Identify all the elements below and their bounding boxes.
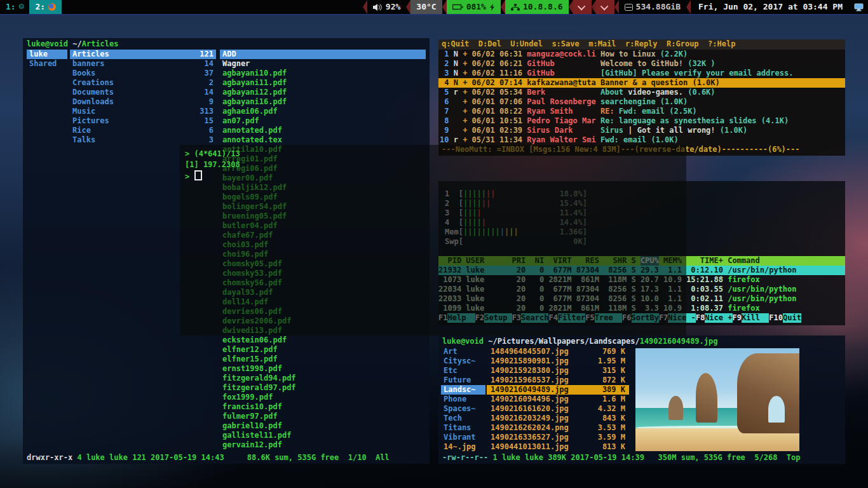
function-key-button[interactable]: F9Kill: [733, 313, 770, 323]
file-row[interactable]: agbayani10.pdf: [220, 69, 426, 78]
dir-row[interactable]: Rice6: [70, 126, 216, 135]
file-row[interactable]: elfner15.pdf: [220, 355, 426, 364]
spacer: [522, 78, 527, 88]
dir-row[interactable]: Art: [441, 347, 485, 356]
workspace-tab[interactable]: 2:: [29, 0, 62, 14]
file-row[interactable]: fulmer97.pdf: [220, 412, 426, 421]
floating-terminal-window[interactable]: > (4*641)/13 [1] 197.2308 >: [180, 145, 686, 336]
clock-value: Fri, Jun 02, 2017 at 03:44 PM: [698, 0, 843, 14]
disk-free-value: 534.88GiB: [636, 0, 681, 14]
dir-row[interactable]: Articles121: [70, 50, 216, 59]
file-row[interactable]: 1490216049489.jpg389 K: [487, 385, 629, 395]
file-name: 1490216161620.jpg: [491, 404, 569, 414]
dir-row[interactable]: Music313: [70, 107, 216, 116]
file-row[interactable]: 1490216336527.jpg3.59 M: [487, 433, 629, 442]
dir-row[interactable]: Etc: [441, 366, 485, 376]
spacer: [522, 135, 527, 145]
dir-row[interactable]: Future: [441, 376, 485, 385]
ranger-title: luke@void ~/Articles: [27, 39, 119, 50]
file-row[interactable]: ADD: [220, 50, 426, 59]
ranger-wallpapers-window[interactable]: luke@void ~/Pictures/Wallpapers/Landscap…: [438, 336, 845, 464]
file-row[interactable]: Wagner: [220, 59, 426, 69]
dir-row[interactable]: Citysc~: [441, 356, 485, 366]
dir-row[interactable]: Spaces~: [441, 404, 485, 414]
file-row[interactable]: francis10.pdf: [220, 402, 426, 412]
file-row[interactable]: an07.pdf: [220, 116, 426, 126]
disk-icon: [625, 4, 633, 11]
file-row[interactable]: elfner12.pdf: [220, 345, 426, 355]
workspace-tab[interactable]: 1:: [0, 0, 29, 14]
file-row[interactable]: eckstein06.pdf: [220, 336, 426, 345]
dir-name: Music: [72, 107, 95, 116]
parent-dir-row[interactable]: Shared: [27, 59, 67, 69]
dir-row[interactable]: Creations2: [70, 78, 216, 88]
file-row[interactable]: aghaei06.pdf: [220, 107, 426, 116]
file-row[interactable]: gallistel11.pdf: [220, 431, 426, 440]
message-row[interactable]: 9 + 06/01 02:39 Sirus Dark Sirus | Got i…: [438, 126, 845, 135]
clock-segment: Fri, Jun 02, 2017 at 03:44 PM: [691, 0, 850, 14]
message-row[interactable]: 5 r + 06/02 05:34 Berk About video-games…: [438, 88, 845, 97]
dir-count: 3: [209, 135, 214, 145]
message-row[interactable]: 1 N + 06/02 06:31 manguza@cock.li How to…: [438, 50, 845, 59]
dir-row[interactable]: banners14: [70, 59, 216, 69]
system-tray[interactable]: [850, 0, 868, 14]
file-row[interactable]: 1490215928380.jpg315 K: [487, 366, 629, 376]
message-number: 4: [440, 78, 449, 88]
download-indicator[interactable]: [596, 0, 614, 14]
file-row[interactable]: fox1999.pdf: [220, 393, 426, 402]
dir-row[interactable]: Pictures15: [70, 116, 216, 126]
fkey-number: F9: [733, 313, 742, 323]
terminal-prompt-line[interactable]: >: [185, 170, 681, 181]
message-row[interactable]: 4 N + 06/02 07:14 kafkazwana@tuta Banner…: [438, 78, 845, 88]
file-row[interactable]: fitzgerald97.pdf: [220, 383, 426, 393]
dir-row[interactable]: Downloads9: [70, 97, 216, 107]
dir-count: 14: [205, 88, 214, 97]
message-number: 1: [440, 50, 449, 59]
file-row[interactable]: agbayani12.pdf: [220, 88, 426, 97]
file-row[interactable]: ernst1998.pdf: [220, 364, 426, 374]
dir-row[interactable]: 14~.jpg: [441, 442, 485, 452]
dir-name: Books: [72, 69, 95, 78]
dir-row[interactable]: Landsc~: [441, 385, 485, 395]
file-size: 4.32 M: [598, 404, 625, 414]
dir-name: Spaces~: [444, 404, 476, 414]
file-row[interactable]: 1490215968537.jpg872 K: [487, 376, 629, 385]
message-row[interactable]: 10 r + 05/31 11:34 Ryan Walter Smi Fwd: …: [438, 135, 845, 145]
message-row[interactable]: 8 + 06/01 10:51 Pedro Tiago Mar Re: lang…: [438, 116, 845, 126]
message-row[interactable]: 6 + 06/01 07:06 Paul Rosenberge searchen…: [438, 97, 845, 107]
dir-row[interactable]: Titans: [441, 423, 485, 433]
file-row[interactable]: 1490441013011.jpg813 K: [487, 442, 629, 452]
message-sender: GitHub: [527, 59, 595, 69]
dir-row[interactable]: Phone: [441, 395, 485, 404]
file-row[interactable]: 1490216203249.jpg843 K: [487, 414, 629, 423]
parent-dir-row[interactable]: luke: [27, 50, 67, 59]
file-row[interactable]: fitzgerald94.pdf: [220, 374, 426, 383]
image-preview: [635, 348, 799, 451]
dir-row[interactable]: Tech: [441, 414, 485, 423]
file-row[interactable]: agbayani11.pdf: [220, 78, 426, 88]
file-row[interactable]: 1490216262024.png3.53 M: [487, 423, 629, 433]
file-row[interactable]: gabriel10.pdf: [220, 421, 426, 431]
function-key-button[interactable]: F8Nice +: [696, 313, 733, 323]
dir-row[interactable]: Vibrant: [441, 433, 485, 442]
file-row[interactable]: 1490216094496.jpg1.6 M: [487, 395, 629, 404]
file-row[interactable]: gervain12.pdf: [220, 440, 426, 450]
dir-row[interactable]: Documents14: [70, 88, 216, 97]
file-row[interactable]: 1484964845507.jpg769 K: [487, 347, 629, 356]
download-indicator[interactable]: [573, 0, 592, 14]
subject-segment: video-games.: [628, 88, 688, 97]
file-row[interactable]: agbayani16.pdf: [220, 97, 426, 107]
message-row[interactable]: 7 + 06/01 08:22 Ryan Smith RE: Fwd: emai…: [438, 107, 845, 116]
message-row[interactable]: 2 N + 06/02 06:21 GitHub Welcome to GitH…: [438, 59, 845, 69]
file-row[interactable]: 1490215890981.jpg1.95 M: [487, 356, 629, 366]
file-row[interactable]: annotated.pdf: [220, 126, 426, 135]
file-name: 1490216049489.jpg: [491, 385, 569, 395]
spacer: [522, 107, 527, 116]
neomutt-window[interactable]: q:Quit D:Del U:Undel s:Save m:Mail r:Rep…: [438, 39, 845, 156]
function-key-button[interactable]: F10Quit: [769, 313, 801, 323]
dir-row[interactable]: Books37: [70, 69, 216, 78]
message-row[interactable]: 3 N + 06/02 11:16 GitHub [GitHub] Please…: [438, 69, 845, 78]
dir-row[interactable]: Talks3: [70, 135, 216, 145]
file-row[interactable]: annotated.tex: [220, 135, 426, 145]
file-row[interactable]: 1490216161620.jpg4.32 M: [487, 404, 629, 414]
